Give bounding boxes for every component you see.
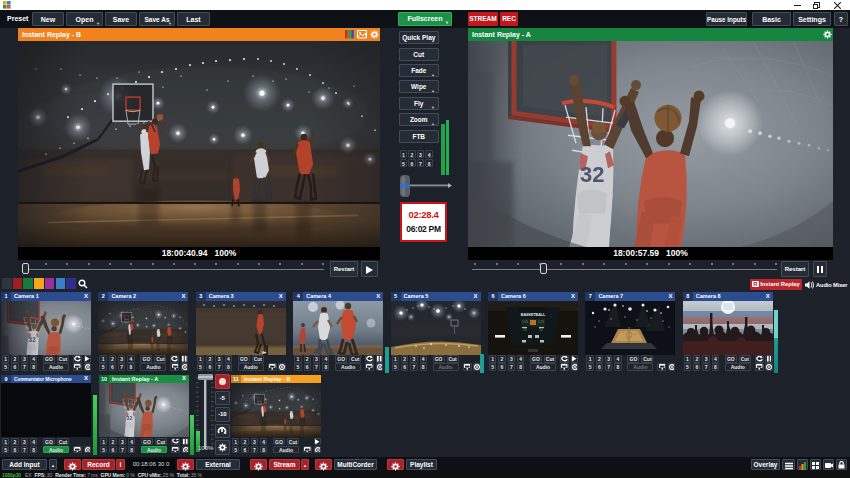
svg-text:32: 32: [539, 328, 543, 332]
svg-text:1:08: 1:08: [522, 320, 528, 324]
svg-text:BASKETBALL: BASKETBALL: [521, 313, 546, 317]
svg-text:1:23: 1:23: [538, 320, 544, 324]
svg-text:24: 24: [523, 328, 527, 332]
